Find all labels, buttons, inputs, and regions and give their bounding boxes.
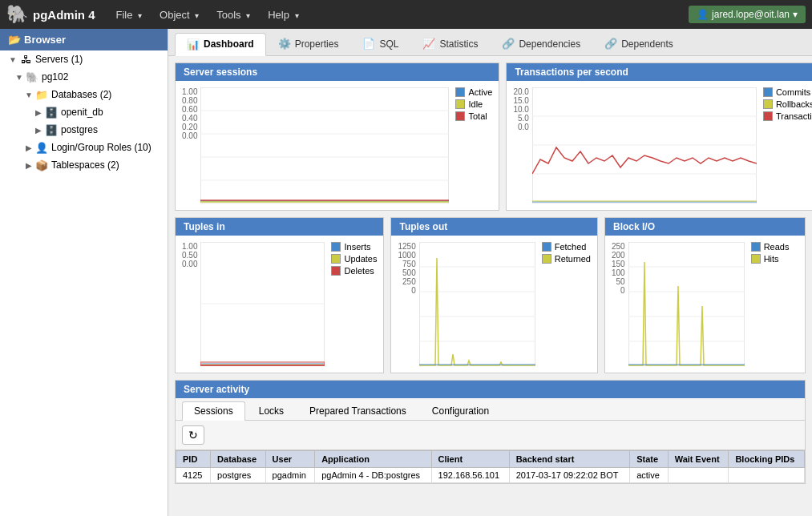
transactions-header: Transactions per second — [507, 63, 812, 81]
col-application: Application — [315, 451, 431, 468]
sidebar-item-tablespaces[interactable]: ▶ 📦 Tablespaces (2) — [0, 156, 168, 174]
sidebar-item-databases[interactable]: ▼ 📁 Databases (2) — [0, 86, 168, 103]
server-sessions-header: Server sessions — [176, 63, 499, 81]
tuples-out-panel: Tuples out 1250 1000 750 500 250 0 — [390, 217, 598, 373]
expand-openit[interactable]: ▶ — [34, 107, 43, 117]
refresh-button[interactable]: ↻ — [182, 425, 204, 445]
databases-label: Databases (2) — [51, 89, 111, 100]
user-info[interactable]: 👤 jared.lope@oit.lan ▾ — [689, 6, 806, 23]
legend-total: Total — [455, 111, 492, 121]
legend-reads-color — [751, 242, 761, 252]
tab-statistics[interactable]: 📈 Statistics — [410, 32, 490, 55]
tuples-in-svg — [200, 242, 325, 366]
server-sessions-body: 1.00 0.80 0.60 0.40 0.20 0.00 — [176, 81, 499, 210]
statistics-tab-label: Statistics — [439, 38, 478, 50]
server-activity-panel: Server activity Sessions Locks Prepared … — [175, 380, 806, 484]
legend-inserts-label: Inserts — [344, 242, 370, 252]
legend-transactions: Transactions — [763, 111, 812, 121]
legend-transactions-color — [763, 111, 773, 121]
legend-rollbacks-label: Rollbacks — [776, 99, 812, 109]
cell-client: 192.168.56.101 — [431, 468, 509, 483]
legend-returned: Returned — [542, 254, 591, 264]
block-io-chart: 250 200 150 100 50 0 — [612, 242, 798, 366]
activity-tab-bar: Sessions Locks Prepared Transactions Con… — [176, 398, 805, 421]
activity-table: PID Database User Application Client Bac… — [176, 450, 805, 483]
tab-sql[interactable]: 📄 SQL — [350, 32, 410, 55]
activity-tab-prepared-transactions[interactable]: Prepared Transactions — [297, 401, 418, 420]
tab-dashboard[interactable]: 📊 Dashboard — [175, 33, 266, 56]
tab-dependents[interactable]: 🔗 Dependents — [592, 32, 685, 55]
legend-idle: Idle — [455, 99, 492, 109]
login-label: Login/Group Roles (10) — [51, 142, 151, 153]
main-layout: 📂 Browser ▼ 🖧 Servers (1) ▼ 🐘 pg102 ▼ 📁 … — [0, 29, 812, 516]
t-y-050: 5.0 — [518, 114, 529, 123]
legend-reads: Reads — [751, 242, 790, 252]
tuples-in-panel: Tuples in 1.00 0.50 0.00 — [175, 217, 384, 373]
col-pid: PID — [176, 451, 211, 468]
postgres-icon: 🗄️ — [45, 123, 58, 136]
table-row[interactable]: 4125 postgres pgadmin pgAdmin 4 - DB:pos… — [176, 468, 805, 483]
block-io-y-axis: 250 200 150 100 50 0 — [612, 242, 628, 295]
expand-tablespaces[interactable]: ▶ — [24, 160, 34, 170]
expand-postgres[interactable]: ▶ — [34, 125, 43, 135]
sidebar-item-login-roles[interactable]: ▶ 👤 Login/Group Roles (10) — [0, 139, 168, 156]
cell-application: pgAdmin 4 - DB:postgres — [315, 468, 431, 483]
servers-icon: 🖧 — [19, 53, 32, 66]
tab-dependencies[interactable]: 🔗 Dependencies — [490, 32, 592, 55]
legend-fetched-color — [542, 242, 551, 252]
legend-hits-color — [751, 254, 761, 264]
legend-updates: Updates — [331, 254, 377, 264]
t-y-150: 15.0 — [513, 96, 528, 105]
y-label-080: 0.80 — [182, 96, 197, 105]
expand-login[interactable]: ▶ — [24, 143, 34, 152]
cell-pid: 4125 — [176, 468, 211, 483]
properties-tab-icon: ⚙️ — [278, 38, 291, 50]
sidebar-item-pg102[interactable]: ▼ 🐘 pg102 — [0, 68, 168, 86]
server-sessions-title: Server sessions — [184, 67, 257, 78]
expand-pg102[interactable]: ▼ — [14, 72, 24, 82]
legend-reads-label: Reads — [764, 242, 790, 252]
block-io-legend: Reads Hits — [745, 242, 790, 264]
col-state: State — [630, 451, 669, 468]
transactions-legend: Commits Rollbacks Transactions — [757, 87, 812, 121]
server-sessions-y-axis: 1.00 0.80 0.60 0.40 0.20 0.00 — [182, 87, 200, 140]
browser-title: Browser — [24, 34, 66, 46]
cell-user: pgadmin — [265, 468, 315, 483]
y-label-060: 0.60 — [182, 105, 197, 114]
menu-object[interactable]: Object ▾ — [151, 6, 207, 24]
legend-total-color — [455, 111, 465, 121]
user-dropdown-icon: ▾ — [793, 9, 798, 20]
legend-commits-color — [763, 87, 773, 97]
server-sessions-panel: Server sessions 1.00 0.80 0.60 0.40 0.20… — [175, 62, 499, 211]
activity-tab-sessions[interactable]: Sessions — [182, 401, 245, 421]
menu-file[interactable]: File ▾ — [108, 6, 151, 24]
legend-idle-color — [455, 99, 465, 109]
tab-properties[interactable]: ⚙️ Properties — [266, 32, 351, 55]
sessions-tab-label: Sessions — [194, 405, 233, 417]
prepared-transactions-tab-label: Prepared Transactions — [309, 405, 406, 417]
menu-tools[interactable]: Tools ▾ — [208, 6, 258, 24]
pg102-label: pg102 — [42, 71, 68, 83]
expand-servers[interactable]: ▼ — [8, 54, 18, 64]
transactions-body: 20.0 15.0 10.0 5.0 0.0 — [507, 81, 812, 210]
legend-inserts-color — [331, 242, 341, 252]
tablespaces-label: Tablespaces (2) — [51, 159, 119, 171]
sidebar-item-openit-db[interactable]: ▶ 🗄️ openit_db — [0, 103, 168, 121]
user-icon: 👤 — [697, 9, 709, 20]
col-database: Database — [211, 451, 266, 468]
activity-tab-locks[interactable]: Locks — [247, 401, 296, 420]
legend-deletes-color — [331, 266, 341, 276]
sidebar-item-postgres[interactable]: ▶ 🗄️ postgres — [0, 121, 168, 139]
block-io-title: Block I/O — [613, 221, 655, 232]
expand-databases[interactable]: ▼ — [24, 90, 34, 99]
legend-deletes: Deletes — [331, 266, 377, 276]
block-io-svg — [628, 242, 745, 366]
activity-tab-configuration[interactable]: Configuration — [420, 401, 501, 420]
cell-database: postgres — [211, 468, 266, 483]
menu-help[interactable]: Help ▾ — [260, 6, 306, 24]
block-io-body: 250 200 150 100 50 0 — [605, 236, 805, 373]
legend-fetched: Fetched — [542, 242, 591, 252]
sidebar-item-servers[interactable]: ▼ 🖧 Servers (1) — [0, 50, 168, 68]
legend-commits: Commits — [763, 87, 812, 97]
tuples-in-title: Tuples in — [184, 221, 225, 232]
